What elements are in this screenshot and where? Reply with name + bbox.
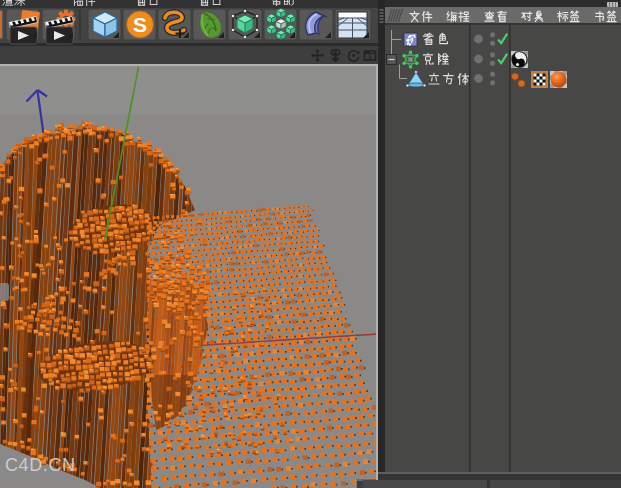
svg-text:S: S [133, 13, 147, 36]
